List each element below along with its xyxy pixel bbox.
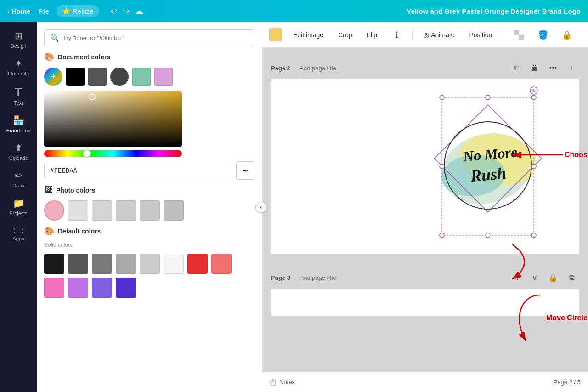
file-button[interactable]: File xyxy=(38,7,49,15)
panel-scroll-left-button[interactable]: ‹ xyxy=(255,202,266,213)
apps-icon: ⋮⋮ xyxy=(11,225,26,234)
eyedropper-button[interactable]: ✒ xyxy=(236,161,254,180)
lock-button[interactable]: 🔒 xyxy=(559,27,575,43)
solid-swatch-0[interactable] xyxy=(44,254,64,274)
page2-add-button[interactable]: + xyxy=(564,61,579,75)
choose-colour-text: Choose Your Own Colour xyxy=(565,151,588,159)
page3-title-input[interactable] xyxy=(300,274,377,281)
notes-button[interactable]: 📋 Notes xyxy=(269,379,295,386)
undo-icon[interactable]: ↩ xyxy=(110,6,117,16)
solid-swatch-1[interactable] xyxy=(68,254,88,274)
document-colors-label: Document colors xyxy=(58,53,110,61)
sidebar-label-text: Text xyxy=(14,100,23,106)
photo-colors-label: Photo colors xyxy=(56,187,96,194)
photo-swatch-4[interactable] xyxy=(140,200,160,221)
info-button[interactable]: ℹ xyxy=(388,27,405,43)
color-gradient[interactable] xyxy=(44,91,182,147)
selected-color-swatch[interactable] xyxy=(269,28,282,41)
solid-swatch-3[interactable] xyxy=(116,254,136,274)
choose-colour-arrow xyxy=(508,146,563,164)
search-box[interactable]: 🔍 xyxy=(44,29,254,46)
solid-swatch-7[interactable] xyxy=(211,254,232,274)
solid-swatch-4[interactable] xyxy=(140,254,160,274)
edit-image-label: Edit image xyxy=(293,31,323,39)
sidebar-item-design[interactable]: ⊞ Design xyxy=(0,26,37,53)
edit-image-button[interactable]: Edit image xyxy=(289,28,327,41)
paint-bucket-button[interactable]: 🪣 xyxy=(535,27,551,43)
photo-swatch-0[interactable] xyxy=(44,200,64,221)
page3-lock-button[interactable]: 🔒 xyxy=(546,270,560,285)
page3-copy-button[interactable]: ⧉ xyxy=(564,270,579,285)
transparency-icon xyxy=(514,30,524,40)
solid-swatch-9[interactable] xyxy=(68,278,88,298)
solid-swatch-2[interactable] xyxy=(92,254,112,274)
page2-copy-button[interactable]: ⧉ xyxy=(509,61,524,75)
doc-swatch-3[interactable] xyxy=(132,68,151,86)
sidebar-item-brand-hub[interactable]: 🏪 Brand Hub xyxy=(0,110,37,138)
palette-icon: 🎨 xyxy=(44,52,54,62)
sidebar-item-text[interactable]: T Text xyxy=(0,81,37,110)
canvas-scroll[interactable]: Page 2 - ⧉ 🗑 ••• + xyxy=(262,48,588,372)
solid-swatch-8[interactable] xyxy=(44,278,64,298)
photo-swatch-2[interactable] xyxy=(92,200,112,221)
svg-rect-2 xyxy=(519,30,524,35)
elements-icon: ✦ xyxy=(15,58,23,69)
doc-swatch-1[interactable] xyxy=(88,68,107,86)
page2-canvas[interactable]: No More Rush xyxy=(271,79,579,254)
resize-button[interactable]: ⭐ Resize xyxy=(57,5,99,17)
sidebar-item-apps[interactable]: ⋮⋮ Apps xyxy=(0,221,37,246)
svg-point-18 xyxy=(440,164,444,169)
page2-delete-button[interactable]: 🗑 xyxy=(527,61,542,75)
redo-icon[interactable]: ↪ xyxy=(123,6,130,16)
solid-swatch-6[interactable] xyxy=(187,254,208,274)
search-input[interactable] xyxy=(63,34,249,41)
solid-swatch-10[interactable] xyxy=(92,278,112,298)
svg-point-19 xyxy=(531,164,536,169)
solid-swatch-11[interactable] xyxy=(116,278,136,298)
solid-swatch-5[interactable] xyxy=(164,254,184,274)
doc-swatch-2[interactable] xyxy=(110,68,129,86)
sidebar-label-apps: Apps xyxy=(12,236,24,241)
page2-title-input[interactable] xyxy=(300,65,377,72)
doc-swatch-4[interactable] xyxy=(154,68,173,86)
cloud-icon[interactable]: ☁ xyxy=(135,6,143,16)
page2-more-button[interactable]: ••• xyxy=(546,61,560,75)
animate-button[interactable]: ◎ Animate xyxy=(420,28,458,41)
photo-swatch-3[interactable] xyxy=(116,200,136,221)
photo-color-swatches xyxy=(44,200,254,221)
projects-icon: 📁 xyxy=(13,198,24,209)
hue-slider-container[interactable] xyxy=(44,150,182,158)
sidebar-label-uploads: Uploads xyxy=(9,155,28,161)
sidebar-label-draw: Draw xyxy=(12,183,24,188)
sidebar-item-projects[interactable]: 📁 Projects xyxy=(0,193,37,221)
annotation-move-circle: Move Circle Icons To Adjust Colour xyxy=(508,290,588,346)
transparency-button[interactable] xyxy=(511,27,527,43)
color-panel: 🔍 🎨 Document colors + xyxy=(37,22,262,392)
flip-button[interactable]: Flip xyxy=(363,28,381,41)
photo-swatch-1[interactable] xyxy=(68,200,88,221)
add-color-button[interactable]: + xyxy=(44,68,62,86)
resize-label: Resize xyxy=(73,7,94,15)
svg-rect-0 xyxy=(514,30,519,35)
toolbar-separator-2 xyxy=(503,29,503,40)
picker-circle[interactable] xyxy=(89,94,96,100)
sidebar-label-projects: Projects xyxy=(9,210,28,216)
hue-slider[interactable] xyxy=(44,150,182,157)
hex-row: ✒ xyxy=(44,161,254,180)
chevron-left-small-icon: ‹ xyxy=(260,204,262,210)
home-button[interactable]: ‹ Home xyxy=(7,7,31,15)
crop-button[interactable]: Crop xyxy=(334,28,356,41)
hue-thumb[interactable] xyxy=(83,149,91,158)
default-colors-header: 🎨 Default colors xyxy=(44,226,254,236)
sidebar-item-draw[interactable]: ✏ Draw xyxy=(0,165,37,193)
sidebar-item-elements[interactable]: ✦ Elements xyxy=(0,53,37,81)
sidebar-item-uploads[interactable]: ⬆ Uploads xyxy=(0,138,37,165)
hex-input[interactable] xyxy=(44,163,232,178)
page2-header: Page 2 - ⧉ 🗑 ••• + xyxy=(271,57,579,79)
logo-container[interactable]: No More Rush xyxy=(413,84,560,249)
page2-separator: - xyxy=(294,65,296,72)
photo-swatch-5[interactable] xyxy=(164,200,184,221)
doc-swatch-0[interactable] xyxy=(66,68,85,86)
position-button[interactable]: Position xyxy=(465,28,496,41)
svg-point-12 xyxy=(440,95,444,100)
